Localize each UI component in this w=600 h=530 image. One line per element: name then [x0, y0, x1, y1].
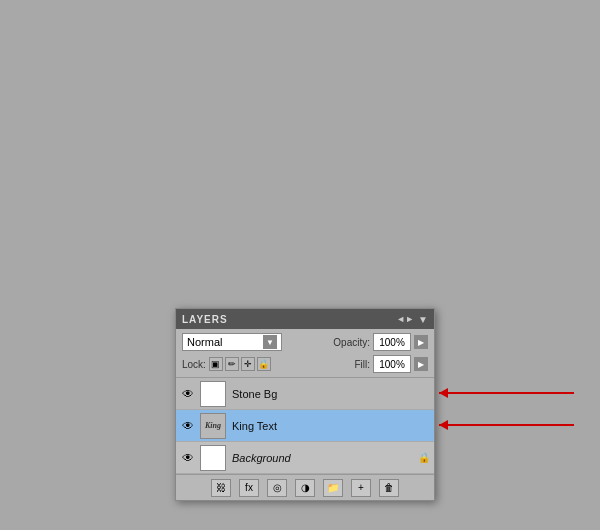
layers-panel: LAYERS ◄► ▼ Normal ▼ Opacity: 100% ▶ Loc… [175, 308, 435, 501]
lock-all-icon[interactable]: 🔒 [257, 357, 271, 371]
layer-row-stone-bg[interactable]: 👁 Stone Bg [176, 378, 434, 410]
opacity-label: Opacity: [333, 337, 370, 348]
controls-row2: Lock: ▣ ✏ ✛ 🔒 Fill: 100% ▶ [182, 355, 428, 373]
fill-section: Fill: 100% ▶ [354, 355, 428, 373]
layer-thumb-king-text: King [200, 413, 226, 439]
panel-controls: Normal ▼ Opacity: 100% ▶ Lock: ▣ ✏ ✛ 🔒 [176, 329, 434, 378]
fill-label: Fill: [354, 359, 370, 370]
layer-row-king-text[interactable]: 👁 King King Text [176, 410, 434, 442]
lock-label: Lock: [182, 359, 206, 370]
fill-arrow-icon[interactable]: ▶ [414, 357, 428, 371]
opacity-section: Opacity: 100% ▶ [333, 333, 428, 351]
lock-icons: ▣ ✏ ✛ 🔒 [209, 357, 271, 371]
lock-paint-icon[interactable]: ✏ [225, 357, 239, 371]
blend-mode-value: Normal [187, 336, 222, 348]
layer-name-background: Background [232, 452, 418, 464]
lock-indicator-background: 🔒 [418, 452, 430, 464]
layer-mask-icon[interactable]: ◎ [267, 479, 287, 497]
red-arrow-stone-bg [439, 392, 574, 394]
new-group-icon[interactable]: 📁 [323, 479, 343, 497]
panel-menu-icon[interactable]: ▼ [418, 314, 428, 325]
fill-input[interactable]: 100% [373, 355, 411, 373]
delete-layer-icon[interactable]: 🗑 [379, 479, 399, 497]
layer-name-king-text: King Text [232, 420, 430, 432]
arrow-head-stone-bg [439, 388, 448, 398]
red-arrow-king-text [439, 424, 574, 426]
panel-footer: ⛓ fx ◎ ◑ 📁 + 🗑 [176, 474, 434, 500]
lock-move-icon[interactable]: ✛ [241, 357, 255, 371]
collapse-arrows-icon[interactable]: ◄► [396, 314, 414, 324]
visibility-icon-king-text[interactable]: 👁 [180, 418, 196, 434]
lock-transparency-icon[interactable]: ▣ [209, 357, 223, 371]
panel-header-icons: ◄► ▼ [396, 314, 428, 325]
layer-thumb-background [200, 445, 226, 471]
layers-list: 👁 Stone Bg 👁 King King Text 👁 Background… [176, 378, 434, 474]
layer-styles-icon[interactable]: fx [239, 479, 259, 497]
opacity-input[interactable]: 100% [373, 333, 411, 351]
adjustment-layer-icon[interactable]: ◑ [295, 479, 315, 497]
link-layers-icon[interactable]: ⛓ [211, 479, 231, 497]
visibility-icon-background[interactable]: 👁 [180, 450, 196, 466]
new-layer-icon[interactable]: + [351, 479, 371, 497]
controls-row1: Normal ▼ Opacity: 100% ▶ [182, 333, 428, 351]
layer-row-background[interactable]: 👁 Background 🔒 [176, 442, 434, 474]
arrow-head-king-text [439, 420, 448, 430]
blend-mode-dropdown[interactable]: Normal ▼ [182, 333, 282, 351]
panel-header: LAYERS ◄► ▼ [176, 309, 434, 329]
layer-thumb-stone-bg [200, 381, 226, 407]
opacity-arrow-icon[interactable]: ▶ [414, 335, 428, 349]
lock-section: Lock: ▣ ✏ ✛ 🔒 [182, 357, 271, 371]
layer-name-stone-bg: Stone Bg [232, 388, 430, 400]
panel-title: LAYERS [182, 314, 228, 325]
blend-mode-arrow-icon[interactable]: ▼ [263, 335, 277, 349]
visibility-icon-stone-bg[interactable]: 👁 [180, 386, 196, 402]
